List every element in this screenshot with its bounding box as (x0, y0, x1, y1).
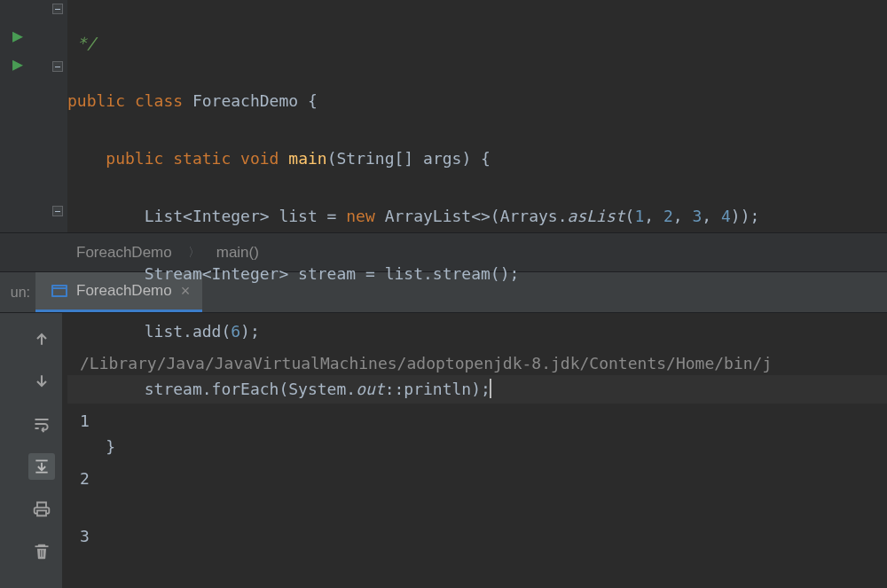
code-text: public (106, 149, 163, 168)
run-tool-label: un: (0, 272, 35, 312)
code-text: ArrayList<>(Arrays. (375, 207, 568, 225)
scroll-up-button[interactable] (28, 325, 55, 352)
run-gutter-icon[interactable]: ▶ (12, 55, 23, 73)
code-text: List<Integer> list = (145, 207, 347, 225)
code-text: static (173, 149, 231, 168)
code-text: } (106, 437, 115, 456)
fold-icon[interactable] (52, 61, 63, 72)
code-text: ); (240, 322, 260, 341)
delete-button[interactable] (28, 538, 55, 565)
code-text: { (298, 91, 318, 110)
code-text: 1 (634, 207, 644, 225)
console-line: 3 (80, 522, 887, 552)
code-text: list.add( (145, 322, 232, 341)
code-text: ( (625, 207, 635, 225)
code-text: out (356, 380, 385, 398)
code-text: main (288, 149, 326, 168)
editor-gutter: ▶ ▶ (0, 0, 50, 232)
code-text: , (673, 207, 693, 225)
scroll-to-end-button[interactable] (28, 453, 55, 480)
fold-gutter (50, 0, 67, 232)
code-area[interactable]: */ public class ForeachDemo { public sta… (67, 0, 887, 232)
scroll-down-button[interactable] (28, 368, 55, 395)
code-text: 6 (231, 322, 240, 341)
code-text: */ (67, 34, 97, 52)
run-side-gutter (0, 313, 21, 588)
code-text: 2 (663, 207, 673, 225)
code-text: Stream<Integer> stream = list.stream(); (145, 264, 520, 283)
code-text: stream.forEach(System. (145, 380, 356, 398)
code-text: void (240, 149, 279, 168)
text-caret (490, 379, 491, 398)
console-toolbar (21, 313, 62, 588)
code-text: ::println); (385, 380, 491, 398)
code-text: class (135, 91, 183, 110)
fold-icon[interactable] (52, 206, 63, 216)
fold-icon[interactable] (52, 4, 63, 14)
code-text: 3 (692, 207, 702, 225)
code-text: , (644, 207, 663, 225)
code-text: asList (568, 207, 625, 225)
soft-wrap-button[interactable] (28, 411, 55, 437)
code-text: ForeachDemo (192, 91, 298, 110)
code-text: 4 (721, 207, 731, 225)
code-editor[interactable]: ▶ ▶ */ public class ForeachDemo { public… (0, 0, 887, 232)
console-line: 4 (80, 580, 887, 589)
code-text: (String[] args) { (327, 149, 491, 168)
code-text: public (67, 91, 125, 110)
code-text: , (702, 207, 721, 225)
code-text: )); (731, 207, 760, 225)
print-button[interactable] (28, 496, 55, 522)
code-text: new (346, 207, 375, 225)
application-icon (51, 285, 67, 297)
run-gutter-icon[interactable]: ▶ (12, 27, 23, 44)
